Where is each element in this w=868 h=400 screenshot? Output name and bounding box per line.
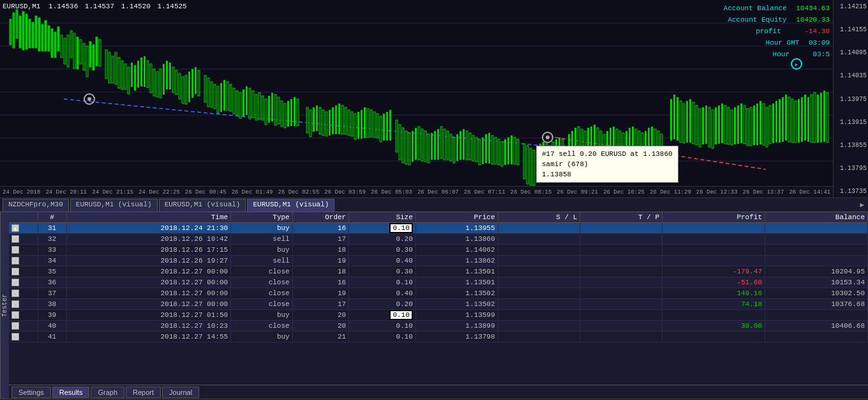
svg-rect-246 (795, 101, 797, 142)
svg-rect-93 (284, 104, 286, 128)
svg-rect-155 (491, 135, 493, 164)
cell-profit (662, 256, 765, 266)
cell-id: 40 (38, 321, 66, 332)
table-row[interactable]: ● 37 2018.12.27 00:00 close 19 0.40 1.13… (9, 288, 868, 299)
svg-rect-109 (341, 105, 343, 134)
profit-label: profit (756, 27, 781, 35)
svg-rect-65 (191, 69, 193, 98)
svg-rect-119 (373, 112, 375, 137)
col-balance: Balance (765, 212, 868, 223)
svg-rect-149 (472, 135, 474, 161)
results-table[interactable]: # Time Type Order Size Price S / L T / P… (9, 212, 868, 385)
time-scale: 24 Dec 2018 24 Dec 20:11 24 Dec 21:15 24… (0, 186, 833, 197)
svg-rect-57 (166, 61, 168, 89)
chart-tab-2[interactable]: EURUSD,M1 (visual) (159, 199, 246, 212)
tester-label[interactable]: Tester (0, 212, 9, 399)
cell-type: buy (231, 245, 293, 256)
svg-rect-243 (785, 95, 787, 141)
tab-report[interactable]: Report (126, 387, 161, 398)
hour-label: Hour (773, 50, 789, 58)
table-row[interactable]: ● 36 2018.12.27 00:00 close 16 0.10 1.13… (9, 277, 868, 288)
cell-size: 0.10 (349, 223, 416, 234)
table-row[interactable]: ● 35 2018.12.27 00:00 close 18 0.30 1.13… (9, 266, 868, 277)
cell-price: 1.13502 (415, 288, 498, 299)
cell-id: 41 (38, 332, 66, 342)
col-type: Type (231, 212, 293, 223)
svg-rect-59 (172, 67, 174, 93)
col-icon (9, 212, 38, 223)
svg-rect-39 (108, 52, 110, 83)
svg-rect-69 (207, 78, 209, 107)
table-row[interactable]: ▲ 33 2018.12.26 17:15 buy 18 0.30 1.1406… (9, 245, 868, 256)
cell-type: close (231, 266, 293, 277)
table-row[interactable]: ▼ 34 2018.12.26 19:27 sell 19 0.40 1.138… (9, 256, 868, 266)
cell-sl (498, 332, 580, 342)
col-number: # (38, 212, 66, 223)
svg-rect-252 (814, 93, 816, 142)
tooltip-line1: #17 sell 0.20 EURUSD at 1.13860 (542, 149, 673, 159)
table-row[interactable]: ● 38 2018.12.27 00:00 close 17 0.20 1.13… (9, 299, 868, 310)
cell-order: 18 (292, 266, 349, 277)
time-tick-7: 26 Dec 03:59 (322, 189, 368, 196)
svg-rect-42 (118, 58, 120, 88)
svg-rect-35 (93, 45, 94, 70)
cell-icon: ● (9, 299, 38, 310)
svg-rect-90 (274, 95, 276, 125)
cell-id: 31 (38, 223, 66, 234)
tab-graph[interactable]: Graph (91, 387, 124, 398)
svg-rect-96 (294, 97, 296, 126)
svg-rect-111 (348, 110, 350, 135)
cell-price: 1.13862 (415, 256, 498, 266)
cell-id: 38 (38, 299, 66, 310)
cell-time: 2018.12.27 00:00 (66, 299, 231, 310)
svg-rect-56 (163, 64, 165, 95)
svg-rect-247 (798, 99, 800, 142)
chart-tab-1[interactable]: EURUSD,M1 (visual) (70, 199, 158, 212)
col-size: Size (349, 212, 416, 223)
svg-point-258 (87, 97, 91, 101)
col-profit: Profit (662, 212, 765, 223)
tester-panel: Tester # Time Type Order Size Price S / … (0, 212, 868, 399)
table-row[interactable]: ▲ 39 2018.12.27 01:50 buy 20 0.10 1.1359… (9, 310, 868, 321)
tab-results[interactable]: Results (52, 387, 90, 398)
price-tick-2: 1.14155 (835, 26, 867, 33)
table-row[interactable]: ▲ 31 2018.12.24 21:30 buy 16 0.10 1.1395… (9, 223, 868, 234)
chart-tab-0[interactable]: NZDCHFpro,M30 (3, 199, 69, 212)
svg-rect-163 (517, 139, 519, 165)
svg-rect-130 (412, 131, 414, 162)
cell-price: 1.14062 (415, 245, 498, 256)
svg-rect-140 (444, 129, 445, 160)
svg-rect-110 (345, 107, 347, 134)
svg-rect-228 (737, 105, 739, 144)
svg-rect-26 (64, 38, 66, 64)
svg-rect-244 (788, 97, 790, 142)
col-price: Price (415, 212, 498, 223)
svg-rect-76 (230, 84, 232, 111)
cell-sl (498, 234, 580, 245)
time-tick-14: 26 Dec 11:29 (647, 189, 694, 196)
tab-scroll-arrow[interactable]: ▶ (856, 201, 868, 209)
col-order: Order (292, 212, 349, 223)
svg-rect-68 (204, 75, 206, 102)
cell-price: 1.13502 (415, 299, 498, 310)
table-row[interactable]: ▲ 41 2018.12.27 14:55 buy 21 0.10 1.1379… (9, 332, 868, 342)
table-row[interactable]: ▼ 32 2018.12.26 10:42 sell 17 0.20 1.138… (9, 234, 868, 245)
svg-rect-145 (460, 131, 461, 160)
svg-rect-61 (179, 73, 181, 99)
table-row[interactable]: ● 40 2018.12.27 10:23 close 20 0.10 1.13… (9, 321, 868, 332)
svg-rect-98 (306, 107, 308, 133)
cell-balance: 10153.34 (765, 277, 868, 288)
cell-price: 1.13955 (415, 223, 498, 234)
cell-time: 2018.12.27 00:00 (66, 277, 231, 288)
bottom-tab-bar: SettingsResultsGraphReportJournal (9, 385, 868, 399)
time-tick-4: 26 Dec 00:45 (183, 189, 229, 196)
chart-tab-3[interactable]: EURUSD,M1 (visual) (247, 199, 334, 212)
svg-rect-79 (239, 93, 241, 118)
svg-rect-239 (772, 104, 774, 143)
tab-journal[interactable]: Journal (162, 387, 199, 398)
svg-rect-255 (823, 91, 825, 142)
svg-rect-223 (721, 104, 723, 143)
svg-rect-106 (332, 107, 334, 134)
tab-settings[interactable]: Settings (11, 387, 51, 398)
svg-rect-112 (351, 112, 353, 136)
